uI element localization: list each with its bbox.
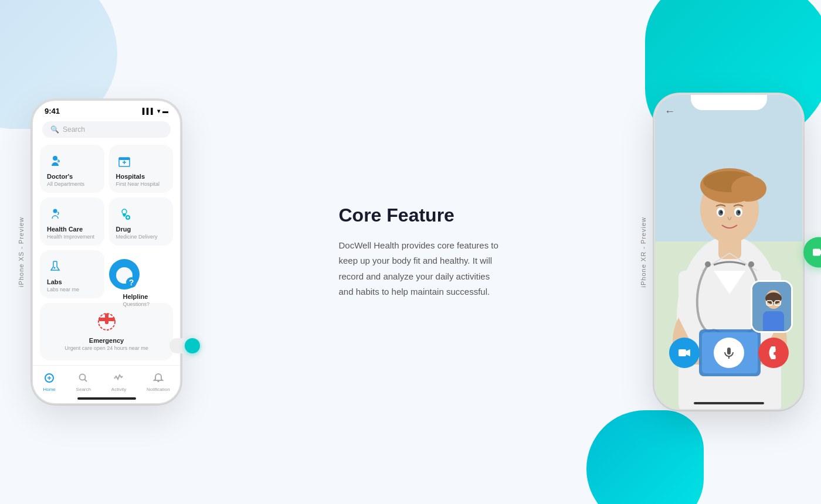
- svg-point-37: [720, 211, 722, 214]
- signal-icon: ▌▌▌: [143, 108, 155, 114]
- doctors-sub: All Departments: [47, 181, 97, 187]
- feature-title: Core Feature: [339, 205, 503, 226]
- nav-home[interactable]: Home: [43, 373, 55, 392]
- helpline-title: Helpline: [123, 293, 125, 300]
- status-time: 9:41: [45, 107, 60, 115]
- helpline-icon: ?: [123, 275, 140, 290]
- center-section: Core Feature DocWell Health provides cor…: [304, 205, 538, 299]
- helpline-sub: Questions?: [123, 301, 125, 307]
- search-bar[interactable]: 🔍 Search: [42, 121, 171, 138]
- wifi-icon: ▾: [157, 108, 160, 114]
- svg-point-5: [53, 209, 57, 213]
- svg-rect-53: [727, 348, 731, 355]
- search-nav-icon: [78, 373, 89, 386]
- notification-icon: [153, 373, 164, 386]
- bottom-nav: Home Search: [33, 365, 180, 403]
- healthca-title: Health Care: [47, 226, 97, 233]
- feature-description: DocWell Health provides core features to…: [339, 238, 503, 299]
- iphone-xr-mockup: ←: [654, 94, 803, 410]
- healthca-icon: [47, 206, 63, 222]
- home-bar: [77, 397, 136, 400]
- nav-search-label: Search: [76, 387, 91, 392]
- nav-activity[interactable]: Activity: [111, 373, 126, 392]
- healthca-sub: Health Improvement: [47, 234, 97, 240]
- emergency-sub: Urgent care open 24 hours near me: [49, 345, 164, 351]
- home-icon: [44, 373, 55, 386]
- grid-item-hospitals[interactable]: Hospitals First Near Hospital: [109, 145, 174, 193]
- svg-line-22: [84, 379, 87, 382]
- activity-icon: [113, 373, 124, 386]
- end-call-button[interactable]: [758, 338, 789, 368]
- left-phone-section: iPhone XS - Preview 9:41 ▌▌▌ ▾ ▬ 🔍 Searc…: [18, 100, 202, 404]
- svg-marker-52: [686, 349, 690, 356]
- doctors-title: Doctor's: [47, 173, 97, 180]
- drug-sub: Medicine Delivery: [116, 234, 167, 240]
- grid-item-doctors[interactable]: Doctor's All Departments: [40, 145, 104, 193]
- nav-home-label: Home: [43, 387, 55, 392]
- grid-item-healthca[interactable]: Health Care Health Improvement: [40, 197, 104, 246]
- hospitals-icon: [116, 153, 133, 169]
- svg-point-12: [54, 267, 56, 269]
- hospitals-sub: First Near Hospital: [116, 181, 167, 187]
- video-controls: [655, 338, 802, 368]
- labs-title: Labs: [47, 278, 97, 285]
- xr-home-bar: [694, 402, 764, 404]
- doctors-icon: [47, 153, 63, 169]
- page-wrapper: iPhone XS - Preview 9:41 ▌▌▌ ▾ ▬ 🔍 Searc…: [0, 0, 821, 504]
- app-grid: Doctor's All Departments Hospitals First…: [40, 145, 173, 298]
- nav-search[interactable]: Search: [76, 373, 91, 392]
- svg-point-41: [748, 261, 754, 267]
- iphone-xs-mockup: 9:41 ▌▌▌ ▾ ▬ 🔍 Search: [32, 100, 181, 404]
- grid-item-labs[interactable]: Labs Labs near me: [40, 250, 104, 298]
- battery-icon: ▬: [162, 108, 168, 114]
- svg-rect-55: [813, 248, 820, 256]
- emergency-section[interactable]: Emergency Urgent care open 24 hours near…: [40, 303, 173, 360]
- labs-sub: Labs near me: [47, 287, 97, 292]
- xr-notch: [691, 95, 767, 110]
- svg-point-38: [738, 211, 740, 214]
- svg-point-6: [122, 209, 127, 214]
- right-phone-label: iPhone XR - Preview: [640, 217, 647, 288]
- svg-rect-2: [119, 158, 130, 160]
- emergency-icon: [49, 312, 164, 335]
- caller-thumbnail: [751, 280, 793, 333]
- svg-point-32: [731, 176, 766, 202]
- video-camera-button[interactable]: [669, 338, 700, 368]
- right-phone-section: iPhone XR - Preview ←: [640, 94, 803, 410]
- labs-icon: [47, 258, 63, 275]
- floating-camera-button[interactable]: [803, 237, 821, 267]
- hospitals-title: Hospitals: [116, 173, 167, 180]
- grid-item-helpline[interactable]: ? Helpline Questions?: [109, 259, 140, 290]
- search-placeholder: Search: [63, 125, 85, 134]
- svg-rect-51: [678, 349, 686, 356]
- svg-point-0: [53, 156, 57, 161]
- left-phone-label: iPhone XS - Preview: [18, 217, 25, 287]
- back-button[interactable]: ←: [664, 105, 675, 118]
- grid-item-drug[interactable]: Drug Medicine Delivery: [109, 197, 174, 246]
- nav-activity-label: Activity: [111, 387, 126, 392]
- svg-rect-16: [99, 318, 115, 321]
- svg-point-46: [765, 292, 782, 304]
- phone-notch: [74, 101, 139, 114]
- drug-title: Drug: [116, 226, 167, 233]
- mute-button[interactable]: [714, 338, 744, 368]
- status-icons: ▌▌▌ ▾ ▬: [143, 108, 168, 114]
- svg-point-40: [705, 261, 711, 267]
- drug-icon: [116, 206, 133, 222]
- search-icon: 🔍: [50, 125, 59, 134]
- emergency-title: Emergency: [49, 337, 164, 344]
- svg-rect-47: [763, 311, 784, 333]
- svg-text:?: ?: [128, 278, 134, 287]
- nav-notification-label: Notification: [147, 387, 170, 392]
- nav-notification[interactable]: Notification: [147, 373, 170, 392]
